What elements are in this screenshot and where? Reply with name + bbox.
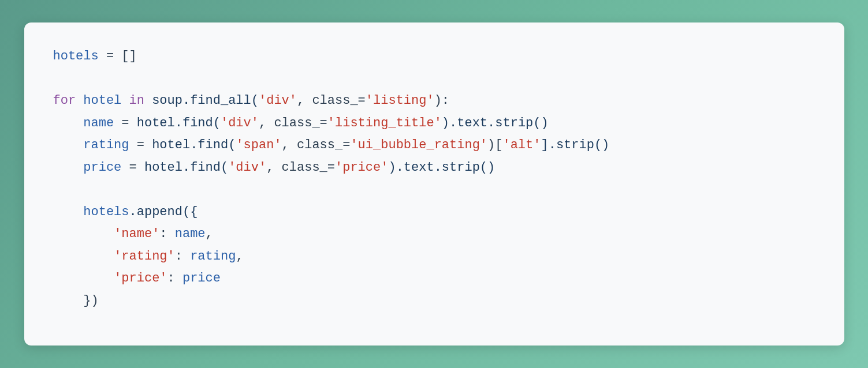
code-token: , (259, 116, 274, 130)
code-token: : (159, 227, 174, 241)
code-token: 'ui_bubble_rating' (350, 138, 487, 152)
code-token: , (282, 138, 297, 152)
code-token: ).text.strip() (442, 116, 549, 130)
code-token: 'price' (114, 271, 167, 286)
code-line: 'name': name, (53, 223, 815, 246)
code-token (121, 93, 129, 108)
code-token (144, 93, 152, 108)
code-token: 'listing_title' (327, 116, 442, 130)
code-token: 'span' (236, 138, 281, 152)
code-line-empty (53, 68, 815, 91)
code-token: ].strip() (541, 138, 609, 152)
code-token: 'name' (114, 227, 159, 241)
code-token: name (175, 227, 206, 241)
code-token: , (206, 227, 213, 241)
code-token: hotel (137, 116, 175, 130)
code-token: class_= (274, 116, 327, 130)
code-line: hotels = [] (53, 46, 815, 68)
code-line: name = hotel.find('div', class_='listing… (53, 112, 815, 135)
code-token: : (167, 271, 182, 286)
code-token: in (129, 93, 144, 108)
code-line: 'rating': rating, (53, 246, 815, 268)
code-token: for (53, 93, 76, 108)
code-token: = (99, 49, 122, 63)
code-token: .find( (190, 138, 236, 152)
code-token: : (175, 249, 190, 264)
code-token: hotel (144, 160, 182, 175)
code-token: )[ (487, 138, 502, 152)
code-token: soup (152, 93, 182, 108)
code-token: }) (83, 294, 98, 308)
code-token: .append({ (129, 205, 198, 219)
code-token: hotels (83, 205, 129, 219)
code-token: .find( (182, 160, 228, 175)
code-token: ): (434, 93, 449, 108)
code-token: hotel (83, 93, 121, 108)
code-token: = (121, 160, 144, 175)
code-token: 'div' (221, 116, 259, 130)
code-token: class_= (282, 160, 335, 175)
code-token: = (129, 138, 152, 152)
code-line: for hotel in soup.find_all('div', class_… (53, 90, 815, 112)
code-line: price = hotel.find('div', class_='price'… (53, 157, 815, 179)
code-token (76, 93, 83, 108)
code-token: , (236, 249, 243, 264)
code-token: rating (190, 249, 236, 264)
code-line: }) (53, 290, 815, 313)
code-token: 'rating' (114, 249, 175, 264)
code-token: , (266, 160, 281, 175)
code-card: hotels = []for hotel in soup.find_all('d… (24, 22, 844, 346)
code-token: 'listing' (366, 93, 434, 108)
code-token: rating (83, 138, 129, 152)
code-token: class_= (297, 138, 350, 152)
code-token: hotel (152, 138, 190, 152)
code-token: 'alt' (502, 138, 541, 152)
code-token: hotels (53, 49, 99, 63)
code-token: 'price' (335, 160, 388, 175)
code-token: name (83, 116, 114, 130)
code-line-empty (53, 179, 815, 201)
code-token: = (114, 116, 137, 130)
code-line: rating = hotel.find('span', class_='ui_b… (53, 134, 815, 157)
code-line: 'price': price (53, 268, 815, 290)
code-token: .find_all( (182, 93, 259, 108)
code-token: [] (121, 49, 136, 63)
code-token: , (297, 93, 312, 108)
code-block: hotels = []for hotel in soup.find_all('d… (53, 46, 815, 312)
code-line: hotels.append({ (53, 201, 815, 224)
code-token: 'div' (259, 93, 297, 108)
code-token: .find( (175, 116, 221, 130)
code-token: ).text.strip() (388, 160, 495, 175)
code-token: 'div' (228, 160, 266, 175)
code-token: price (182, 271, 221, 286)
code-token: class_= (312, 93, 365, 108)
code-token: price (83, 160, 121, 175)
